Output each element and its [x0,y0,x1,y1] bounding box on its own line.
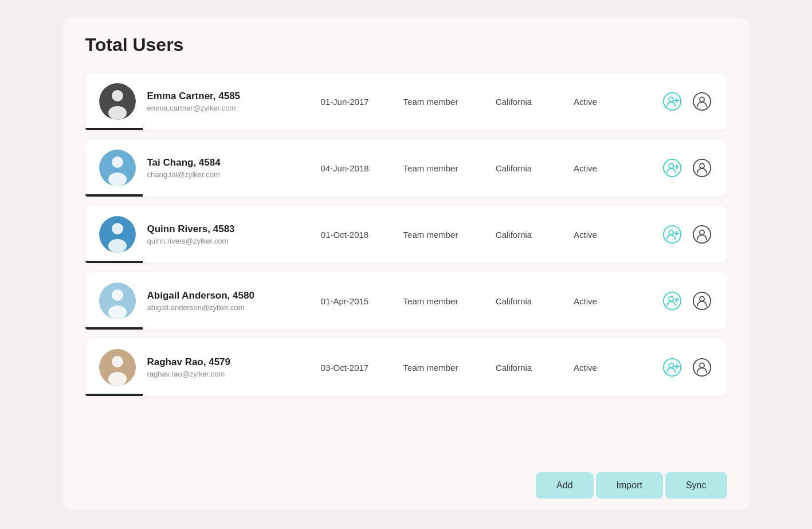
user-info: Quinn Rivers, 4583 quinn.rivers@zylker.c… [147,224,296,245]
user-card: Tai Chang, 4584 chang.tai@zylker.com 04-… [85,139,727,197]
user-name: Raghav Rao, 4579 [147,356,296,368]
svg-point-11 [108,173,127,186]
user-email: chang.tai@zylker.com [147,170,296,179]
user-email: quinn.rivers@zylker.com [147,237,296,245]
user-role: Team member [394,296,468,306]
user-role: Team member [394,97,468,107]
user-info: Tai Chang, 4584 chang.tai@zylker.com [147,157,296,179]
user-date: 03-Oct-2017 [308,363,382,373]
avatar [99,150,136,186]
svg-point-44 [700,363,704,367]
user-name: Tai Chang, 4584 [147,157,296,169]
view-profile-icon[interactable] [691,289,713,312]
user-date: 01-Apr-2015 [308,296,382,306]
user-date: 01-Jun-2017 [308,97,382,107]
svg-point-8 [700,97,704,101]
page-container: Total Users Emma Cartner, 4585 emma.cart… [62,17,750,510]
page-title: Total Users [85,34,727,56]
user-status: Active [560,230,611,240]
svg-point-19 [112,223,123,234]
user-location: California [480,363,548,373]
user-email: raghav.rao@zylker.com [147,370,296,378]
user-card: Abigail Anderson, 4580 abigail.anderson@… [85,272,727,330]
svg-point-10 [112,156,123,168]
svg-point-40 [669,363,673,367]
svg-point-4 [669,97,673,101]
user-location: California [480,296,548,306]
user-card: Raghav Rao, 4579 raghav.rao@zylker.com 0… [85,339,727,396]
user-date: 01-Oct-2018 [308,230,382,240]
user-date: 04-Jun-2018 [308,163,382,173]
user-role: Team member [394,230,468,240]
svg-point-26 [700,230,704,234]
user-info: Abigail Anderson, 4580 abigail.anderson@… [147,290,296,312]
user-card: Quinn Rivers, 4583 quinn.rivers@zylker.c… [85,206,727,263]
user-actions [623,223,713,246]
add-member-icon[interactable] [661,156,684,179]
svg-point-38 [108,372,127,386]
bottom-bar: Add Import Sync [536,472,727,499]
user-status: Active [560,296,611,306]
user-role: Team member [394,363,468,373]
user-actions [623,156,713,179]
add-button[interactable]: Add [536,472,593,499]
svg-point-22 [669,230,673,234]
user-actions [623,356,713,379]
avatar [99,283,136,319]
svg-point-2 [108,106,127,120]
svg-point-31 [669,296,673,301]
svg-point-17 [700,163,704,168]
svg-point-1 [112,90,123,101]
sync-button[interactable]: Sync [665,472,727,499]
user-actions [623,90,713,113]
user-card: Emma Cartner, 4585 emma.cartner@zylker.c… [85,73,727,130]
avatar [99,216,136,253]
user-info: Emma Cartner, 4585 emma.cartner@zylker.c… [147,91,296,112]
user-name: Quinn Rivers, 4583 [147,224,296,235]
svg-point-29 [108,305,127,319]
svg-point-13 [669,163,673,168]
user-list: Emma Cartner, 4585 emma.cartner@zylker.c… [85,73,727,396]
user-name: Emma Cartner, 4585 [147,91,296,102]
view-profile-icon[interactable] [691,356,713,379]
view-profile-icon[interactable] [691,90,713,113]
add-member-icon[interactable] [661,356,684,379]
user-location: California [480,163,548,173]
user-location: California [480,230,548,240]
add-member-icon[interactable] [661,289,684,312]
svg-point-35 [700,296,704,301]
user-status: Active [560,163,611,173]
view-profile-icon[interactable] [691,223,713,246]
svg-point-20 [108,239,127,253]
user-status: Active [560,97,611,107]
user-name: Abigail Anderson, 4580 [147,290,296,301]
user-actions [623,289,713,312]
user-role: Team member [394,163,468,173]
add-member-icon[interactable] [661,90,684,113]
user-info: Raghav Rao, 4579 raghav.rao@zylker.com [147,356,296,378]
svg-point-28 [112,289,123,301]
user-status: Active [560,363,611,373]
user-location: California [480,97,548,107]
add-member-icon[interactable] [661,223,684,246]
user-email: emma.cartner@zylker.com [147,104,296,112]
import-button[interactable]: Import [596,472,663,499]
svg-point-37 [112,356,123,367]
avatar [99,83,136,120]
view-profile-icon[interactable] [691,156,713,179]
user-email: abigail.anderson@zylker.com [147,303,296,312]
avatar [99,349,136,386]
